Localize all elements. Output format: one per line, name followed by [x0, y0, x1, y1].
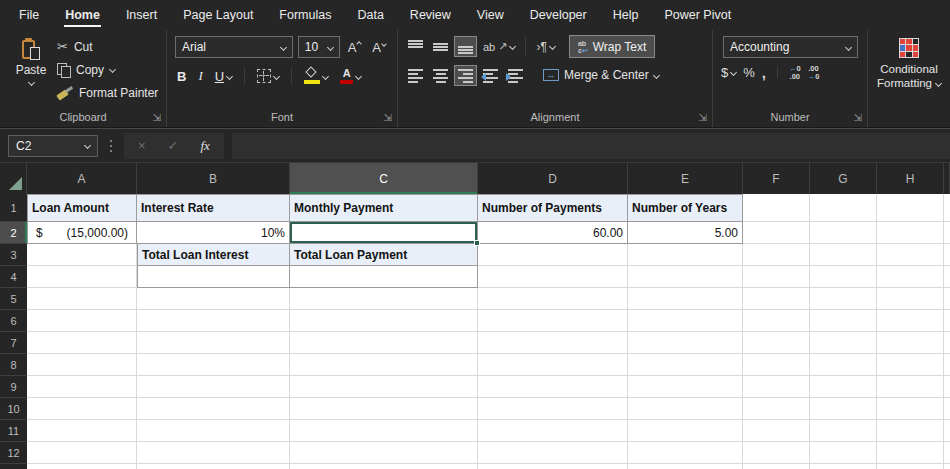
tab-home[interactable]: Home	[52, 0, 113, 30]
cell-H1[interactable]	[877, 194, 944, 222]
name-box[interactable]: C2	[8, 135, 98, 157]
borders-button[interactable]	[253, 67, 283, 85]
cell-A3[interactable]	[27, 244, 137, 266]
cell-D1[interactable]: Number of Payments	[478, 194, 628, 222]
cell-B7[interactable]	[137, 332, 290, 354]
cell-partial9[interactable]	[944, 376, 950, 398]
row-header-3[interactable]: 3	[0, 244, 27, 266]
column-header-H[interactable]: H	[877, 163, 944, 194]
cell-partial11[interactable]	[944, 420, 950, 442]
row-header-5[interactable]: 5	[0, 288, 27, 310]
cell-B2[interactable]: 10%	[137, 222, 290, 244]
cell-F11[interactable]	[743, 420, 810, 442]
align-left-button[interactable]	[404, 65, 427, 86]
cell-D5[interactable]	[478, 288, 628, 310]
column-header-B[interactable]: B	[137, 163, 290, 194]
cell-E4[interactable]	[628, 266, 743, 288]
cell-G11[interactable]	[810, 420, 877, 442]
bottom-align-button[interactable]	[454, 36, 477, 57]
cell-C2[interactable]	[290, 222, 478, 244]
formula-input[interactable]	[232, 133, 950, 159]
cell-C8[interactable]	[290, 354, 478, 376]
cell-partial4[interactable]	[944, 266, 950, 288]
cell-B1[interactable]: Interest Rate	[137, 194, 290, 222]
text-direction-button[interactable]: ›¶	[532, 38, 558, 56]
cell-D9[interactable]	[478, 376, 628, 398]
column-header-D[interactable]: D	[478, 163, 628, 194]
cell-E9[interactable]	[628, 376, 743, 398]
cell-D2[interactable]: 60.00	[478, 222, 628, 244]
cell-H9[interactable]	[877, 376, 944, 398]
copy-button[interactable]: Copy	[54, 59, 161, 80]
wrap-text-button[interactable]: abc↩ Wrap Text	[569, 35, 655, 58]
cell-D13[interactable]	[478, 464, 628, 469]
cell-B11[interactable]	[137, 420, 290, 442]
row-header-12[interactable]: 12	[0, 442, 27, 464]
cell-G13[interactable]	[810, 464, 877, 469]
cell-A12[interactable]	[27, 442, 137, 464]
cell-H7[interactable]	[877, 332, 944, 354]
cell-H13[interactable]	[877, 464, 944, 469]
font-size-select[interactable]: 10	[298, 36, 340, 58]
decrease-decimal-button[interactable]: .00 →0	[808, 65, 820, 80]
dialog-launcher-icon[interactable]: ⇲	[699, 113, 707, 123]
tab-insert[interactable]: Insert	[113, 0, 170, 30]
tab-page-layout[interactable]: Page Layout	[170, 0, 266, 30]
cell-H11[interactable]	[877, 420, 944, 442]
cell-H2[interactable]	[877, 222, 944, 244]
tab-file[interactable]: File	[6, 0, 52, 30]
cell-F12[interactable]	[743, 442, 810, 464]
cell-G2[interactable]	[810, 222, 877, 244]
column-header-C[interactable]: C	[290, 163, 478, 194]
tab-developer[interactable]: Developer	[517, 0, 600, 30]
cell-D6[interactable]	[478, 310, 628, 332]
cell-partial5[interactable]	[944, 288, 950, 310]
orientation-button[interactable]: ab ↗	[479, 38, 519, 55]
cell-partial3[interactable]	[944, 244, 950, 266]
cell-C5[interactable]	[290, 288, 478, 310]
cell-H4[interactable]	[877, 266, 944, 288]
bold-button[interactable]: B	[173, 67, 190, 86]
tab-formulas[interactable]: Formulas	[266, 0, 344, 30]
cell-C3[interactable]: Total Loan Payment	[290, 244, 478, 266]
shrink-font-button[interactable]: A	[369, 38, 389, 57]
cell-E3[interactable]	[628, 244, 743, 266]
cell-C1[interactable]: Monthly Payment	[290, 194, 478, 222]
cell-G8[interactable]	[810, 354, 877, 376]
cell-D11[interactable]	[478, 420, 628, 442]
cell-F1[interactable]	[743, 194, 810, 222]
tab-help[interactable]: Help	[600, 0, 652, 30]
cell-A11[interactable]	[27, 420, 137, 442]
cell-E7[interactable]	[628, 332, 743, 354]
cell-E10[interactable]	[628, 398, 743, 420]
comma-style-button[interactable]: ,	[762, 67, 766, 79]
cell-partial2[interactable]	[944, 222, 950, 244]
underline-button[interactable]: U	[211, 67, 236, 86]
fill-color-button[interactable]	[300, 66, 332, 86]
font-color-button[interactable]: A	[336, 66, 365, 86]
column-header-F[interactable]: F	[743, 163, 810, 194]
cell-G6[interactable]	[810, 310, 877, 332]
cell-C6[interactable]	[290, 310, 478, 332]
cell-E5[interactable]	[628, 288, 743, 310]
cell-B4[interactable]	[137, 266, 290, 288]
cell-F2[interactable]	[743, 222, 810, 244]
cell-F13[interactable]	[743, 464, 810, 469]
cell-B5[interactable]	[137, 288, 290, 310]
row-header-11[interactable]: 11	[0, 420, 27, 442]
cell-partial8[interactable]	[944, 354, 950, 376]
column-header-E[interactable]: E	[628, 163, 743, 194]
cell-A4[interactable]	[27, 266, 137, 288]
cut-button[interactable]: ✂ Cut	[54, 36, 161, 57]
cell-H12[interactable]	[877, 442, 944, 464]
cell-B9[interactable]	[137, 376, 290, 398]
cell-H5[interactable]	[877, 288, 944, 310]
increase-indent-button[interactable]	[504, 65, 527, 86]
cell-G1[interactable]	[810, 194, 877, 222]
cell-C9[interactable]	[290, 376, 478, 398]
cell-partial1[interactable]	[944, 194, 950, 222]
cell-F9[interactable]	[743, 376, 810, 398]
tab-data[interactable]: Data	[344, 0, 396, 30]
cell-G12[interactable]	[810, 442, 877, 464]
cell-E11[interactable]	[628, 420, 743, 442]
